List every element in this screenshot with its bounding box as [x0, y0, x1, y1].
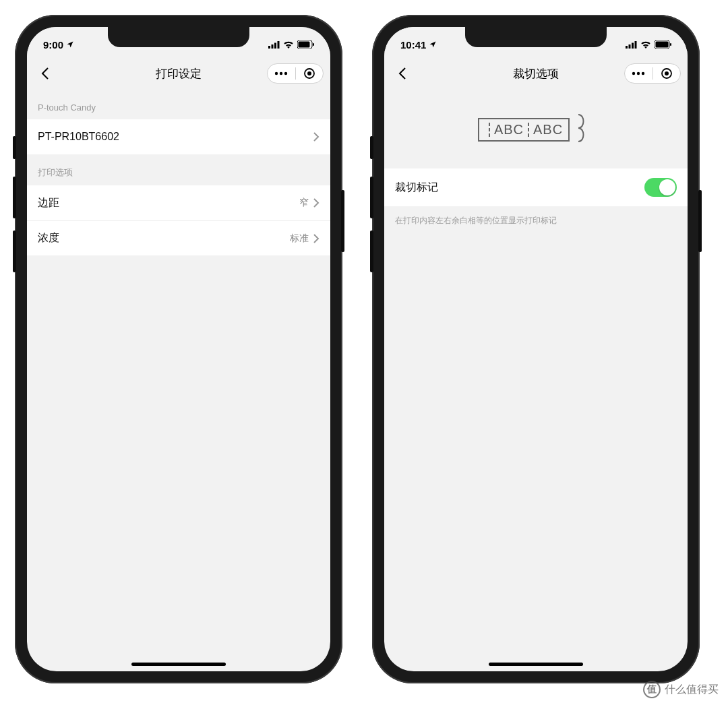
side-button	[13, 136, 16, 159]
svg-rect-2	[274, 42, 276, 49]
notch	[108, 27, 249, 47]
svg-point-21	[642, 72, 644, 75]
menu-button[interactable]	[268, 64, 295, 83]
svg-rect-14	[632, 42, 634, 49]
sample-text: ABC	[533, 122, 563, 137]
chevron-right-icon	[313, 131, 320, 142]
side-button	[370, 136, 373, 159]
side-button	[13, 231, 16, 272]
row-label: 裁切标记	[395, 181, 438, 195]
close-button[interactable]	[296, 64, 324, 83]
phone-right: 10:41	[372, 15, 700, 683]
printer-name: PT-PR10BT6602	[38, 131, 119, 143]
nav-bar: 打印设定	[27, 57, 330, 90]
row-density[interactable]: 浓度 标准	[27, 220, 330, 255]
svg-point-23	[665, 71, 669, 75]
svg-point-7	[275, 72, 278, 75]
side-button	[341, 190, 344, 252]
signal-icon	[626, 41, 637, 49]
svg-rect-5	[299, 42, 310, 48]
svg-point-20	[637, 72, 640, 75]
status-time: 10:41	[400, 39, 426, 51]
close-button[interactable]	[653, 64, 681, 83]
sample-text: ABC	[494, 122, 524, 137]
row-label: 浓度	[38, 231, 59, 245]
cutmark-toggle[interactable]	[644, 178, 677, 197]
row-value: 标准	[290, 233, 309, 245]
phone-left: 9:00	[15, 15, 342, 683]
miniprogram-capsule[interactable]	[624, 63, 681, 84]
back-button[interactable]	[391, 62, 414, 85]
battery-icon	[655, 40, 671, 49]
svg-point-19	[632, 72, 635, 75]
nav-bar: 裁切选项	[384, 57, 688, 90]
home-indicator[interactable]	[489, 663, 583, 666]
cut-mark-icon	[528, 123, 529, 137]
page-title: 裁切选项	[513, 66, 559, 82]
row-cutmark: 裁切标记	[384, 168, 688, 206]
watermark-badge: 值	[643, 681, 661, 698]
svg-rect-3	[278, 41, 280, 49]
status-time: 9:00	[43, 39, 63, 51]
cut-line-icon	[571, 113, 594, 146]
cut-preview: ABC ABC	[384, 90, 688, 168]
svg-rect-13	[629, 44, 631, 49]
row-printer[interactable]: PT-PR10BT6602	[27, 119, 330, 154]
svg-rect-1	[272, 44, 274, 49]
svg-rect-15	[635, 41, 637, 49]
side-button	[698, 190, 702, 252]
svg-rect-12	[626, 46, 628, 49]
section-label-options: 打印选项	[27, 154, 330, 185]
battery-icon	[297, 40, 314, 49]
watermark-text: 什么值得买	[665, 683, 719, 697]
row-label: 边距	[38, 196, 59, 210]
location-icon	[429, 39, 437, 51]
section-label-printer: P-touch Candy	[27, 90, 330, 119]
home-indicator[interactable]	[131, 663, 226, 666]
side-button	[13, 177, 16, 218]
svg-rect-17	[656, 42, 669, 48]
row-value: 窄	[299, 197, 309, 209]
wifi-icon	[283, 40, 294, 49]
svg-rect-0	[268, 46, 270, 49]
chevron-right-icon	[313, 197, 320, 208]
cutmark-hint: 在打印内容左右余白相等的位置显示打印标记	[384, 206, 688, 235]
location-icon	[66, 39, 74, 51]
label-preview-rect: ABC ABC	[478, 118, 570, 142]
wifi-icon	[640, 40, 651, 49]
svg-point-8	[280, 72, 282, 75]
row-margin[interactable]: 边距 窄	[27, 185, 330, 220]
svg-rect-18	[670, 43, 671, 46]
svg-rect-6	[313, 43, 314, 46]
signal-icon	[268, 41, 280, 49]
side-button	[370, 177, 373, 218]
toggle-knob	[659, 179, 675, 195]
side-button	[370, 231, 373, 272]
menu-button[interactable]	[625, 64, 653, 83]
cut-mark-icon	[489, 123, 490, 137]
miniprogram-capsule[interactable]	[267, 63, 324, 84]
watermark: 值 什么值得买	[643, 681, 719, 698]
back-button[interactable]	[34, 62, 57, 85]
svg-point-9	[284, 72, 287, 75]
chevron-right-icon	[313, 233, 320, 244]
svg-point-11	[307, 71, 311, 75]
page-title: 打印设定	[156, 66, 202, 82]
notch	[465, 27, 607, 47]
